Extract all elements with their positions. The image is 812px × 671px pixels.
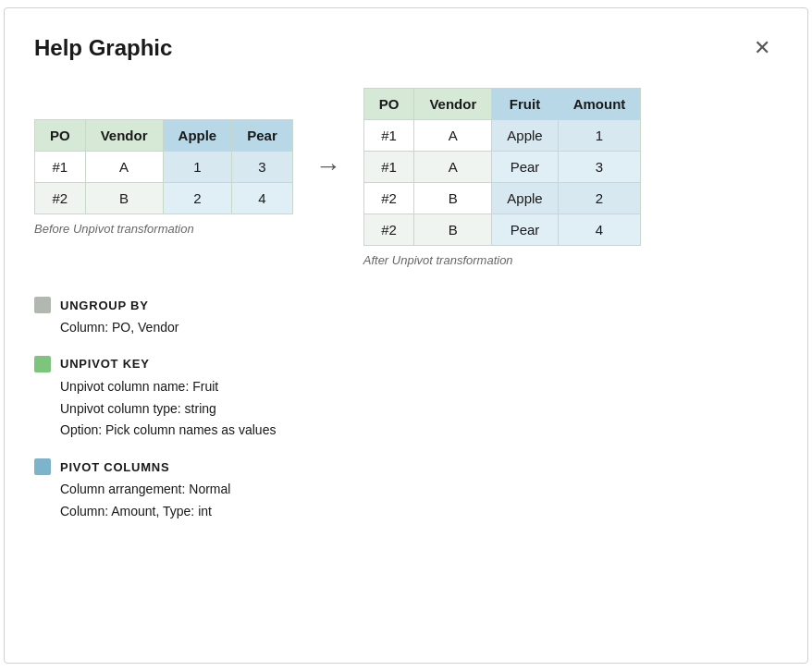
cell-vendor: A xyxy=(85,152,163,183)
cell-vendor: B xyxy=(414,183,492,214)
pivot-columns-text: Column arrangement: Normal Column: Amoun… xyxy=(60,479,778,523)
ungroup-block: UNGROUP BY Column: PO, Vendor xyxy=(34,297,778,339)
close-button[interactable]: ✕ xyxy=(746,34,778,62)
before-table: PO Vendor Apple Pear #1 A 1 3 xyxy=(34,119,293,214)
cell-po: #2 xyxy=(363,214,414,246)
dialog-header: Help Graphic ✕ xyxy=(34,34,778,62)
help-graphic-dialog: Help Graphic ✕ PO Vendor Apple Pear xyxy=(4,7,808,664)
cell-vendor: B xyxy=(85,183,163,214)
cell-apple: 1 xyxy=(163,152,232,183)
pivot-columns-label-row: PIVOT COLUMNS xyxy=(34,458,778,475)
after-table-wrapper: PO Vendor Fruit Amount #1 A Apple 1 xyxy=(363,88,642,267)
after-col-vendor: Vendor xyxy=(414,89,492,120)
after-table-caption: After Unpivot transformation xyxy=(363,253,642,267)
after-table: PO Vendor Fruit Amount #1 A Apple 1 xyxy=(363,88,642,246)
unpivot-key-label-row: UNPIVOT KEY xyxy=(34,356,778,372)
table-row: #2 B 2 4 xyxy=(35,183,293,214)
cell-pear: 4 xyxy=(232,183,293,214)
cell-amount: 2 xyxy=(558,183,641,214)
arrow-icon: → xyxy=(315,152,341,181)
unpivot-key-title: UNPIVOT KEY xyxy=(60,357,150,371)
cell-po: #2 xyxy=(363,183,414,214)
cell-po: #1 xyxy=(35,152,86,183)
table-row: #1 A Apple 1 xyxy=(363,120,641,152)
table-row: #2 B Apple 2 xyxy=(363,183,641,214)
cell-amount: 1 xyxy=(558,120,641,152)
cell-vendor: A xyxy=(414,120,492,152)
cell-fruit: Pear xyxy=(492,214,558,246)
dialog-title: Help Graphic xyxy=(34,35,172,61)
before-col-pear: Pear xyxy=(232,120,293,152)
table-row: #1 A Pear 3 xyxy=(363,152,641,183)
pivot-columns-title: PIVOT COLUMNS xyxy=(60,460,169,474)
after-col-amount: Amount xyxy=(558,89,641,120)
info-sections: UNGROUP BY Column: PO, Vendor UNPIVOT KE… xyxy=(34,297,778,523)
cell-fruit: Apple xyxy=(492,120,558,152)
cell-apple: 2 xyxy=(163,183,232,214)
cell-amount: 3 xyxy=(558,152,641,183)
ungroup-text: Column: PO, Vendor xyxy=(60,317,778,339)
cell-po: #2 xyxy=(35,183,86,214)
pivot-columns-block: PIVOT COLUMNS Column arrangement: Normal… xyxy=(34,458,778,523)
unpivot-key-swatch xyxy=(34,356,51,372)
cell-vendor: A xyxy=(414,152,492,183)
before-table-wrapper: PO Vendor Apple Pear #1 A 1 3 xyxy=(34,119,293,236)
cell-vendor: B xyxy=(414,214,492,246)
cell-amount: 4 xyxy=(558,214,641,246)
content-area: PO Vendor Apple Pear #1 A 1 3 xyxy=(34,88,778,267)
before-col-apple: Apple xyxy=(163,120,232,152)
cell-fruit: Apple xyxy=(492,183,558,214)
pivot-columns-swatch xyxy=(34,458,51,475)
after-col-po: PO xyxy=(363,89,414,120)
before-col-vendor: Vendor xyxy=(85,120,163,152)
before-section: PO Vendor Apple Pear #1 A 1 3 xyxy=(34,88,641,267)
table-row: #1 A 1 3 xyxy=(35,152,293,183)
cell-pear: 3 xyxy=(232,152,293,183)
unpivot-key-text: Unpivot column name: Fruit Unpivot colum… xyxy=(60,376,778,442)
before-col-po: PO xyxy=(35,120,86,152)
unpivot-key-block: UNPIVOT KEY Unpivot column name: Fruit U… xyxy=(34,356,778,442)
after-col-fruit: Fruit xyxy=(492,89,558,120)
before-table-caption: Before Unpivot transformation xyxy=(34,222,293,236)
ungroup-label-row: UNGROUP BY xyxy=(34,297,778,313)
ungroup-title: UNGROUP BY xyxy=(60,299,149,312)
cell-po: #1 xyxy=(363,152,414,183)
table-row: #2 B Pear 4 xyxy=(363,214,641,246)
ungroup-swatch xyxy=(34,297,51,313)
cell-fruit: Pear xyxy=(492,152,558,183)
cell-po: #1 xyxy=(363,120,414,152)
